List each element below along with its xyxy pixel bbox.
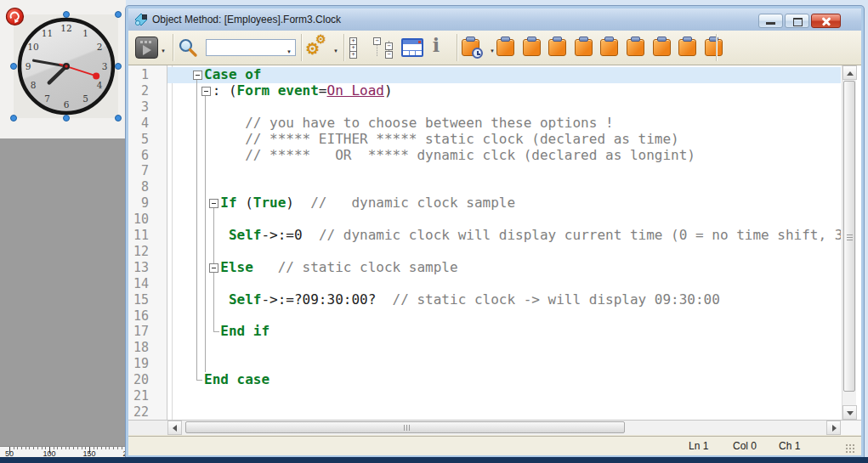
clipboard-button[interactable] bbox=[548, 37, 567, 57]
line-number: 21 bbox=[128, 388, 149, 404]
gutter: 12345678910111213141516171819202122 bbox=[128, 65, 167, 420]
run-dropdown-arrow[interactable] bbox=[159, 44, 167, 55]
selection-handle[interactable] bbox=[115, 11, 122, 18]
clipboard-button[interactable] bbox=[705, 37, 723, 57]
code-line[interactable]: Self->:=?09:30:00? // static clock -> wi… bbox=[204, 292, 841, 308]
horizontal-scrollbar[interactable] bbox=[167, 421, 841, 435]
clipboard-clip bbox=[631, 37, 640, 42]
maximize-button[interactable] bbox=[785, 14, 809, 28]
collapse-all-button[interactable]: − − − bbox=[373, 37, 399, 59]
clipboard-button[interactable] bbox=[678, 37, 697, 57]
scroll-right-button[interactable] bbox=[826, 421, 841, 435]
code-line[interactable] bbox=[204, 388, 841, 404]
fold-toggle-icon[interactable] bbox=[209, 199, 218, 208]
maximize-icon bbox=[793, 18, 803, 26]
code-line[interactable]: End if bbox=[204, 324, 841, 340]
form-button[interactable] bbox=[401, 38, 423, 57]
resize-grip[interactable] bbox=[845, 443, 855, 454]
fold-toggle-icon[interactable] bbox=[193, 71, 202, 80]
method-editor-window: Object Method: [Employees].Form3.Clock bbox=[126, 6, 864, 457]
method-diamond-icon bbox=[134, 13, 148, 26]
clipboard-icon bbox=[705, 39, 723, 56]
combo-dropdown-arrow[interactable] bbox=[285, 45, 293, 56]
macros-button[interactable]: ⚙ ⚙ bbox=[305, 34, 331, 59]
fold-toggle-icon[interactable] bbox=[201, 87, 211, 96]
form-editor-canvas: 121234567891011 50100150200 bbox=[0, 0, 126, 457]
window-title: Object Method: [Employees].Form3.Clock bbox=[152, 8, 341, 31]
code-line[interactable]: : (Form event=On Load) bbox=[204, 83, 841, 99]
selection-handle[interactable] bbox=[10, 63, 17, 70]
code-line[interactable]: Else // static clock sample bbox=[204, 260, 841, 276]
clipboard-button[interactable] bbox=[653, 37, 672, 57]
block-guide-case bbox=[196, 80, 202, 381]
code-line[interactable] bbox=[204, 163, 841, 179]
magnifier-icon[interactable] bbox=[177, 37, 199, 59]
code-token: Else bbox=[220, 260, 253, 275]
vertical-scroll-thumb[interactable] bbox=[843, 81, 855, 392]
expand-all-button[interactable]: + + + bbox=[349, 37, 368, 59]
vertical-scrollbar[interactable] bbox=[842, 65, 856, 420]
selection-handle[interactable] bbox=[115, 115, 122, 121]
line-number: 4 bbox=[128, 116, 149, 132]
code-line[interactable] bbox=[204, 308, 841, 325]
scroll-up-button[interactable] bbox=[842, 65, 857, 80]
horizontal-scroll-thumb[interactable] bbox=[185, 421, 625, 433]
scroll-down-button[interactable] bbox=[842, 405, 857, 420]
scroll-left-button[interactable] bbox=[167, 421, 182, 435]
clipboard-history-button[interactable] bbox=[462, 37, 480, 57]
fold-toggle-icon[interactable] bbox=[209, 263, 218, 273]
code-line[interactable]: // you have to choose between these opti… bbox=[204, 116, 841, 132]
clipboard-icon bbox=[575, 39, 593, 56]
clipboard-button[interactable] bbox=[496, 37, 515, 57]
clipboard-clip bbox=[579, 37, 588, 42]
code-editor[interactable]: 12345678910111213141516171819202122 Case… bbox=[128, 65, 861, 420]
clipboard-button[interactable] bbox=[523, 37, 542, 57]
title-bar[interactable]: Object Method: [Employees].Form3.Clock bbox=[128, 8, 861, 31]
code-line[interactable] bbox=[204, 340, 841, 356]
code-line[interactable]: If (True) // dynamic clock sample bbox=[204, 195, 841, 212]
object-method-badge[interactable] bbox=[5, 7, 25, 26]
clipboard-icon bbox=[627, 39, 644, 56]
macros-dropdown-arrow[interactable] bbox=[332, 44, 340, 55]
code-line[interactable] bbox=[204, 356, 841, 372]
code-line[interactable] bbox=[204, 99, 841, 116]
code-line[interactable] bbox=[204, 212, 841, 228]
status-bar: Ln 1 Col 0 Ch 1 bbox=[128, 436, 861, 455]
code-line[interactable]: Case of bbox=[204, 67, 841, 83]
clipboard-dropdown-arrow[interactable] bbox=[488, 44, 496, 55]
code-line[interactable] bbox=[204, 179, 841, 195]
code-line[interactable] bbox=[204, 244, 841, 260]
code-token: ( bbox=[237, 195, 253, 211]
info-button[interactable] bbox=[428, 34, 444, 59]
run-method-button[interactable] bbox=[135, 37, 158, 59]
selection-handle[interactable] bbox=[115, 63, 122, 70]
clock-widget[interactable]: 121234567891011 bbox=[16, 16, 116, 116]
clock-overlay-icon bbox=[472, 48, 483, 59]
code-line[interactable] bbox=[204, 276, 841, 292]
code-line[interactable]: // ***** EITHER ***** static clock (decl… bbox=[204, 132, 841, 148]
clipboard-button[interactable] bbox=[600, 37, 619, 57]
form-ruler: 50100150200 bbox=[0, 446, 126, 458]
selection-handle[interactable] bbox=[63, 115, 70, 121]
code-line[interactable]: // ***** OR ***** dynamic clck (declared… bbox=[204, 148, 841, 164]
clock-numeral: 1 bbox=[82, 28, 88, 38]
search-combobox[interactable] bbox=[206, 39, 296, 56]
selection-handle[interactable] bbox=[63, 11, 70, 18]
line-number: 13 bbox=[128, 260, 149, 276]
clock-numeral: 8 bbox=[31, 80, 37, 90]
close-button[interactable] bbox=[811, 14, 841, 28]
selection-handle[interactable] bbox=[10, 115, 17, 121]
code-line[interactable] bbox=[204, 404, 841, 420]
clock-numeral: 4 bbox=[97, 80, 103, 90]
code-token: ) bbox=[384, 83, 393, 99]
clipboard-button[interactable] bbox=[627, 37, 645, 57]
code-line[interactable]: Self->:=0 // dynamic clock will display … bbox=[204, 228, 841, 244]
arrow-up-icon bbox=[847, 71, 854, 76]
code-token bbox=[204, 292, 229, 308]
search-input[interactable] bbox=[207, 41, 286, 54]
code-line[interactable]: End case bbox=[204, 372, 841, 388]
clock-numeral: 9 bbox=[26, 61, 31, 71]
minimize-button[interactable] bbox=[758, 14, 783, 28]
clipboard-button[interactable] bbox=[575, 37, 593, 57]
code-token: Case of bbox=[204, 67, 261, 82]
